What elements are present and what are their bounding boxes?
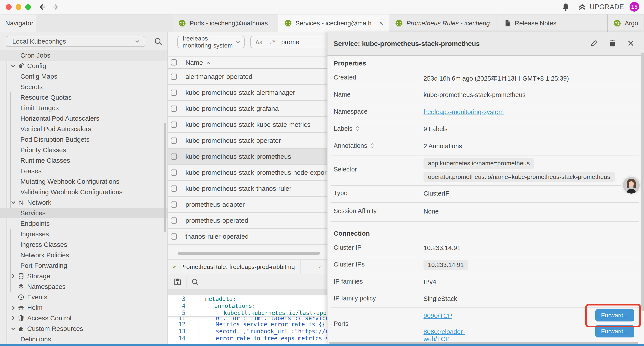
sidebar-item-ingresses[interactable]: Ingresses <box>0 229 168 239</box>
name-column-header[interactable]: Name <box>186 59 203 66</box>
chevron-down-icon[interactable] <box>10 325 17 332</box>
sidebar-item-cron-jobs[interactable]: Cron Jobs <box>0 50 168 61</box>
table-row[interactable]: kube-prometheus-stack-prometheus-node-ex… <box>168 165 327 181</box>
row-checkbox[interactable] <box>171 137 177 144</box>
table-row[interactable]: prometheus-operated <box>168 213 327 229</box>
regex-toggle[interactable]: .* <box>268 39 276 45</box>
dock-tab-prometheusrule[interactable]: PrometheusRule: freeleaps-prod-rabbitmq <box>168 260 301 274</box>
row-checkbox[interactable] <box>171 106 177 112</box>
expand-collapse-icon[interactable] <box>355 126 360 132</box>
navigator-tab[interactable]: Navigator <box>0 14 36 32</box>
sidebar-item-network[interactable]: Network <box>0 197 168 208</box>
sidebar-item-ingress-classes[interactable]: Ingress Classes <box>0 239 168 250</box>
maximize-window-button[interactable] <box>25 4 31 10</box>
select-all-checkbox[interactable] <box>171 59 177 65</box>
editor-scroll-strip[interactable] <box>168 289 327 296</box>
table-row[interactable]: prometheus-adapter <box>168 197 327 213</box>
tab-prometheus-rules-icecheng[interactable]: Prometheus Rules - icecheng... <box>389 14 498 32</box>
tab-argo-se[interactable]: Argo Se <box>608 14 644 32</box>
row-checkbox[interactable] <box>171 217 177 224</box>
kubeconfig-select[interactable]: Local Kubeconfigs <box>6 36 145 47</box>
sidebar-item-definitions[interactable]: Definitions <box>0 334 168 344</box>
edit-pencil-icon[interactable] <box>590 39 598 48</box>
port-link[interactable]: 8080:reloader-web/TCP <box>424 328 465 343</box>
sidebar-item-vertical-pod-autoscalers[interactable]: Vertical Pod Autoscalers <box>0 124 168 134</box>
list-search-input[interactable]: Aa .* prome <box>250 36 327 48</box>
sidebar-item-custom-resources[interactable]: Custom Resources <box>0 324 168 334</box>
sort-ascending-icon[interactable] <box>206 60 211 66</box>
sidebar-item-priority-classes[interactable]: Priority Classes <box>0 145 168 155</box>
row-checkbox[interactable] <box>171 74 177 80</box>
chevron-down-icon[interactable] <box>10 62 17 69</box>
row-checkbox[interactable] <box>171 169 177 176</box>
row-checkbox[interactable] <box>171 90 177 96</box>
back-arrow-icon[interactable] <box>38 3 47 11</box>
panel-divider[interactable] <box>168 32 168 344</box>
sidebar-item-leases[interactable]: Leases <box>0 166 168 176</box>
row-checkbox[interactable] <box>171 122 177 128</box>
tab-pods-icecheng-mathmas[interactable]: Pods - icecheng@mathmas... <box>172 14 278 32</box>
chevron-right-icon[interactable] <box>10 304 17 311</box>
delete-trash-icon[interactable] <box>608 39 617 48</box>
close-window-button[interactable] <box>6 4 12 10</box>
yaml-editor[interactable]: 3metadata:4annotations:5kubectl.kubernet… <box>168 296 327 344</box>
notifications-bell-icon[interactable] <box>562 3 570 11</box>
sidebar-item-storage[interactable]: Storage <box>0 271 168 281</box>
sidebar-item-limit-ranges[interactable]: Limit Ranges <box>0 103 168 113</box>
row-checkbox[interactable] <box>171 185 177 192</box>
sidebar-item-resource-quotas[interactable]: Resource Quotas <box>0 92 168 103</box>
editor-search-icon[interactable] <box>191 278 200 286</box>
sidebar-item-network-policies[interactable]: Network Policies <box>0 250 168 260</box>
expand-collapse-icon[interactable] <box>370 143 375 149</box>
sidebar-item-access-control[interactable]: Access Control <box>0 313 168 324</box>
close-icon[interactable] <box>626 39 635 48</box>
table-row[interactable]: kube-prometheus-stack-thanos-ruler <box>168 181 327 197</box>
sidebar-item-runtime-classes[interactable]: Runtime Classes <box>0 155 168 166</box>
user-avatar[interactable] <box>621 175 641 195</box>
sidebar-item-validating-webhook-configurations[interactable]: Validating Webhook Configurations <box>0 187 168 197</box>
minimize-window-button[interactable] <box>16 4 21 10</box>
notification-count-badge[interactable]: 15 <box>630 2 639 11</box>
table-row[interactable]: kube-prometheus-stack-grafana <box>168 101 327 117</box>
table-row[interactable]: thanos-ruler-operated <box>168 229 327 245</box>
table-row[interactable]: kube-prometheus-stack-kube-state-metrics <box>168 117 327 133</box>
sidebar-item-helm[interactable]: Helm <box>0 303 168 313</box>
row-checkbox[interactable] <box>171 233 177 240</box>
dock-tab-next[interactable] <box>301 260 327 274</box>
sidebar-item-events[interactable]: Events <box>0 292 168 303</box>
sidebar-item-pod-disruption-budgets[interactable]: Pod Disruption Budgets <box>0 134 168 145</box>
close-tab-icon[interactable] <box>378 20 384 26</box>
save-icon[interactable] <box>173 278 182 286</box>
sidebar-item-namespaces[interactable]: Namespaces <box>0 281 168 292</box>
upgrade-button[interactable]: UPGRADE <box>578 2 624 12</box>
row-checkbox[interactable] <box>171 153 177 160</box>
sidebar-item-endpoints[interactable]: Endpoints <box>0 218 168 229</box>
tab-release-notes[interactable]: Release Notes <box>498 14 608 32</box>
port-link[interactable]: 9090/TCP <box>424 312 452 319</box>
tab-services-icecheng-math[interactable]: Services - icecheng@math... <box>278 14 389 32</box>
chevron-right-icon[interactable] <box>10 273 17 280</box>
forward-arrow-icon[interactable] <box>50 3 59 11</box>
sidebar-item-mutating-webhook-configurations[interactable]: Mutating Webhook Configurations <box>0 176 168 187</box>
table-horizontal-scrollbar[interactable] <box>178 252 320 255</box>
table-row[interactable]: kube-prometheus-stack-operator <box>168 133 327 149</box>
table-row[interactable]: alertmanager-operated <box>168 69 327 85</box>
sidebar-item-horizontal-pod-autoscalers[interactable]: Horizontal Pod Autoscalers <box>0 113 168 124</box>
sidebar-scrollbar[interactable] <box>164 123 166 232</box>
sidebar-item-services[interactable]: Services <box>0 208 168 218</box>
namespace-link[interactable]: freeleaps-monitoring-system <box>424 108 504 115</box>
sidebar-item-config[interactable]: Config <box>0 61 168 71</box>
table-row[interactable]: kube-prometheus-stack-alertmanager <box>168 85 327 101</box>
sidebar-item-port-forwarding[interactable]: Port Forwarding <box>0 260 168 271</box>
match-case-toggle[interactable]: Aa <box>256 39 263 45</box>
sidebar-item-config-maps[interactable]: Config Maps <box>0 71 168 82</box>
namespace-select[interactable]: freeleaps-monitoring-system <box>177 36 244 48</box>
row-checkbox[interactable] <box>171 201 177 208</box>
sidebar-item-secrets[interactable]: Secrets <box>0 82 168 92</box>
drawer-vertical-scrollbar[interactable] <box>641 52 644 311</box>
drawer-horizontal-scrollbar[interactable] <box>329 342 638 344</box>
chevron-right-icon[interactable] <box>10 315 17 322</box>
sidebar-search-icon[interactable] <box>154 37 163 46</box>
chevron-down-icon[interactable] <box>10 199 17 206</box>
table-row[interactable]: kube-prometheus-stack-prometheus <box>168 149 327 165</box>
